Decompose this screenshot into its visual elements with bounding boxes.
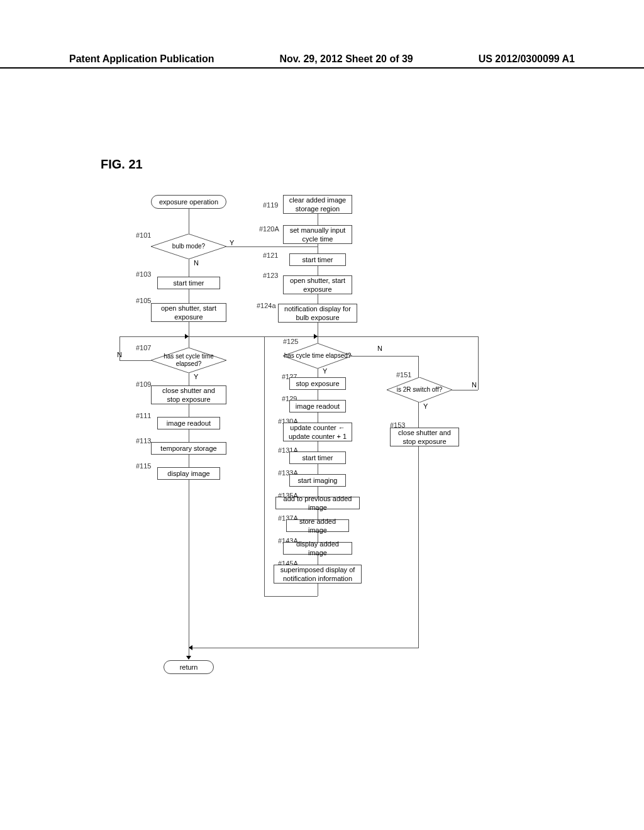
branch-n: N (377, 345, 382, 352)
connector (318, 214, 318, 225)
box-text: display image (167, 469, 209, 478)
connector (318, 368, 318, 377)
connector (189, 373, 189, 385)
box-text: start timer (303, 453, 333, 462)
box-add-previous: add to previous added image (275, 497, 360, 509)
connector (318, 323, 318, 343)
step-id-105: #105 (136, 297, 151, 304)
box-display-image: display image (157, 467, 220, 480)
step-id-103: #103 (136, 270, 151, 278)
connector (318, 266, 318, 275)
decision-cycle-elapsed-2: has cycle time elapsed? (283, 343, 352, 368)
step-id-107: #107 (136, 344, 151, 351)
connector (189, 322, 189, 336)
decision-text: is 2R switch off? (387, 386, 452, 394)
connector (418, 402, 419, 428)
connector (189, 404, 189, 417)
decision-text: has set cycle time elapsed? (151, 353, 226, 368)
box-text: open shutter, start exposure (155, 304, 222, 322)
box-text: start imaging (298, 476, 338, 485)
branch-y: Y (230, 239, 234, 246)
connector (318, 390, 318, 400)
connector (452, 390, 478, 390)
step-id-101: #101 (136, 231, 151, 239)
decision-2r-switch: is 2R switch off? (387, 377, 452, 402)
box-text: update counter ← update counter + 1 (287, 423, 348, 441)
branch-n: N (472, 381, 477, 389)
box-display-added: display added image (283, 542, 352, 555)
box-text: image readout (296, 402, 340, 411)
connector (318, 584, 318, 596)
step-id-113: #113 (136, 437, 151, 445)
box-text: clear added image storage region (287, 196, 348, 214)
header-left: Patent Application Publication (69, 53, 214, 65)
box-notification: notification display for bulb exposure (278, 304, 357, 323)
box-image-readout: image readout (157, 417, 220, 429)
connector (418, 446, 419, 648)
box-text: set manually input cycle time (287, 226, 348, 244)
step-id-120A: #120A (259, 225, 279, 233)
connector (318, 555, 318, 565)
connector (352, 356, 418, 357)
box-superimposed: superimposed display of notification inf… (274, 565, 362, 584)
box-text: close shutter and stop exposure (155, 386, 222, 404)
connector (318, 464, 318, 474)
connector (189, 209, 189, 234)
box-close-shutter-2: close shutter and stop exposure (390, 428, 459, 446)
box-text: temporary storage (160, 444, 216, 453)
page-header: Patent Application Publication Nov. 29, … (0, 53, 644, 69)
box-start-timer: start timer (157, 277, 220, 289)
box-text: close shutter and stop exposure (394, 428, 455, 446)
arrow (186, 656, 191, 660)
box-text: superimposed display of notification inf… (278, 565, 357, 584)
connector (189, 429, 189, 442)
branch-y: Y (323, 367, 327, 375)
box-start-imaging: start imaging (289, 474, 346, 487)
decision-text: bulb mode? (151, 243, 226, 250)
connector (318, 244, 318, 253)
connector (189, 259, 189, 277)
start-text: exposure operation (159, 197, 218, 206)
box-text: start timer (303, 255, 333, 264)
start-terminal: exposure operation (151, 195, 226, 209)
connector (478, 336, 479, 390)
arrow (185, 334, 189, 339)
decision-bulb-mode: bulb mode? (151, 234, 226, 259)
flowchart: exposure operation #101 bulb mode? Y N #… (101, 189, 541, 723)
connector (418, 356, 419, 377)
header-center: Nov. 29, 2012 Sheet 20 of 39 (279, 53, 413, 65)
box-image-readout-2: image readout (289, 400, 346, 412)
box-store-added: store added image (286, 519, 349, 532)
box-text: image readout (167, 419, 211, 428)
step-id-119: #119 (263, 201, 278, 209)
connector (318, 294, 318, 304)
step-id-123: #123 (263, 272, 278, 279)
box-start-timer-3: start timer (289, 451, 346, 464)
return-text: return (180, 663, 198, 672)
return-terminal: return (164, 660, 214, 674)
connector (119, 336, 120, 360)
connector (119, 360, 151, 361)
connector (264, 336, 265, 596)
box-temp-storage: temporary storage (151, 442, 226, 455)
connector (189, 480, 189, 648)
step-id-121: #121 (263, 252, 278, 259)
connector (189, 455, 189, 467)
box-update-counter: update counter ← update counter + 1 (283, 423, 352, 441)
branch-y: Y (423, 402, 428, 410)
arrow (314, 334, 318, 339)
decision-cycle-elapsed: has set cycle time elapsed? (151, 348, 226, 373)
box-text: start timer (174, 279, 204, 287)
figure-label: FIG. 21 (101, 157, 143, 172)
box-open-shutter: open shutter, start exposure (151, 303, 226, 322)
box-text: open shutter, start exposure (287, 276, 348, 294)
header-right: US 2012/0300099 A1 (479, 53, 575, 65)
connector (318, 441, 318, 451)
box-text: notification display for bulb exposure (282, 304, 353, 323)
connector (226, 246, 318, 247)
box-text: stop exposure (296, 379, 339, 388)
box-set-cycle: set manually input cycle time (283, 225, 352, 244)
box-clear-added: clear added image storage region (283, 195, 352, 214)
connector (189, 336, 189, 348)
step-id-115: #115 (136, 462, 151, 470)
